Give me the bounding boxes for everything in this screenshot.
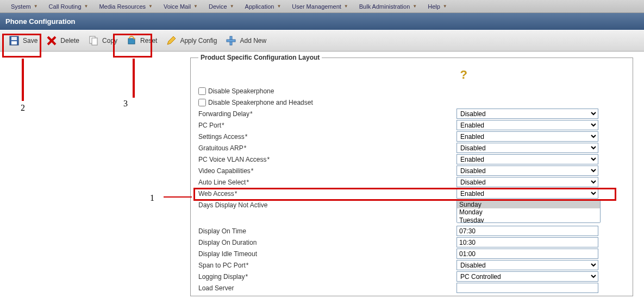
main-panel: Product Specific Configuration Layout ? … bbox=[190, 52, 644, 298]
svg-rect-1 bbox=[11, 37, 17, 40]
content-area: Product Specific Configuration Layout ? … bbox=[0, 52, 644, 298]
plus-icon bbox=[226, 35, 236, 46]
left-spacer bbox=[0, 52, 190, 298]
chevron-down-icon: ▼ bbox=[443, 4, 447, 9]
menu-voice-mail[interactable]: Voice Mail▼ bbox=[158, 0, 203, 13]
days-display-label: Days Display Not Active bbox=[198, 201, 267, 209]
svg-rect-11 bbox=[227, 40, 235, 42]
apply-config-button[interactable]: Apply Config bbox=[161, 33, 221, 48]
svg-rect-6 bbox=[92, 38, 97, 45]
display-on-duration-input[interactable] bbox=[457, 237, 598, 247]
delete-icon bbox=[46, 35, 57, 46]
annotation-number-3: 3 bbox=[123, 99, 128, 109]
pc-voice-vlan-select[interactable]: Enabled bbox=[457, 154, 598, 164]
menu-user-management[interactable]: User Management▼ bbox=[286, 0, 353, 13]
disable-speakerphone-checkbox[interactable] bbox=[198, 87, 206, 95]
menu-media-resources[interactable]: Media Resources▼ bbox=[93, 0, 158, 13]
display-idle-timeout-label: Display Idle Timeout bbox=[198, 250, 257, 258]
logging-display-select[interactable]: PC Controlled bbox=[457, 271, 598, 282]
chevron-down-icon: ▼ bbox=[277, 4, 281, 9]
delete-button[interactable]: Delete bbox=[42, 33, 84, 48]
menu-bulk-administration[interactable]: Bulk Administration▼ bbox=[354, 0, 422, 13]
settings-access-label: Settings Access bbox=[198, 133, 245, 141]
load-server-label: Load Server bbox=[198, 284, 234, 292]
save-icon bbox=[9, 35, 20, 46]
pc-port-select[interactable]: Enabled bbox=[457, 120, 598, 130]
page-title: Phone Configuration bbox=[0, 13, 644, 30]
help-row: ? bbox=[198, 68, 625, 82]
annotation-number-2: 2 bbox=[21, 103, 25, 113]
forwarding-delay-label: Forwarding Delay bbox=[198, 110, 249, 118]
menu-help[interactable]: Help▼ bbox=[422, 0, 453, 13]
chevron-down-icon: ▼ bbox=[193, 4, 198, 9]
delete-label: Delete bbox=[60, 37, 79, 44]
display-idle-timeout-input[interactable] bbox=[457, 249, 598, 259]
display-on-duration-label: Display On Duration bbox=[198, 239, 257, 246]
reset-icon bbox=[126, 35, 137, 46]
span-pc-port-select[interactable]: Disabled bbox=[457, 260, 598, 270]
settings-access-select[interactable]: Enabled bbox=[457, 131, 598, 142]
chevron-down-icon: ▼ bbox=[84, 4, 89, 9]
auto-line-select-select[interactable]: Disabled bbox=[457, 177, 598, 187]
chevron-down-icon: ▼ bbox=[148, 4, 153, 9]
pencil-icon bbox=[166, 35, 177, 46]
gratuitous-arp-label: Gratuitous ARP bbox=[198, 144, 243, 152]
chevron-down-icon: ▼ bbox=[34, 4, 38, 9]
save-label: Save bbox=[23, 37, 37, 44]
disable-speakerphone-headset-label: Disable Speakerphone and Headset bbox=[208, 99, 313, 106]
menu-application[interactable]: Application▼ bbox=[240, 0, 287, 13]
apply-label: Apply Config bbox=[180, 37, 217, 44]
pc-port-label: PC Port bbox=[198, 122, 221, 129]
menu-device[interactable]: Device▼ bbox=[203, 0, 240, 13]
fieldset-legend: Product Specific Configuration Layout bbox=[198, 54, 322, 61]
chevron-down-icon: ▼ bbox=[344, 4, 348, 9]
menu-bar: System▼ Call Routing▼ Media Resources▼ V… bbox=[0, 0, 644, 13]
disable-speakerphone-headset-checkbox[interactable] bbox=[198, 99, 206, 106]
span-pc-port-label: Span to PC Port bbox=[198, 262, 246, 269]
menu-system[interactable]: System▼ bbox=[5, 0, 43, 13]
pc-voice-vlan-label: PC Voice VLAN Access bbox=[198, 156, 266, 163]
save-button[interactable]: Save bbox=[4, 33, 42, 48]
copy-label: Copy bbox=[102, 37, 117, 44]
gratuitous-arp-select[interactable]: Disabled bbox=[457, 143, 598, 153]
config-fieldset: Product Specific Configuration Layout ? … bbox=[190, 54, 633, 296]
svg-rect-2 bbox=[11, 41, 17, 44]
toolbar: Save Delete Copy Reset Apply Config Add … bbox=[0, 30, 644, 52]
chevron-down-icon: ▼ bbox=[412, 4, 417, 9]
reset-label: Reset bbox=[140, 37, 157, 44]
reset-button[interactable]: Reset bbox=[122, 33, 161, 48]
video-capabilities-label: Video Capabilities bbox=[198, 167, 251, 175]
display-on-time-input[interactable] bbox=[457, 226, 598, 236]
addnew-label: Add New bbox=[240, 37, 266, 44]
disable-speakerphone-label: Disable Speakerphone bbox=[208, 87, 274, 95]
display-on-time-label: Display On Time bbox=[198, 227, 246, 235]
logging-display-label: Logging Display bbox=[198, 273, 245, 281]
add-new-button[interactable]: Add New bbox=[221, 33, 271, 48]
web-access-label: Web Access bbox=[198, 190, 234, 198]
days-display-listbox[interactable]: Sunday Monday Tuesday bbox=[457, 200, 601, 223]
copy-button[interactable]: Copy bbox=[84, 33, 122, 48]
chevron-down-icon: ▼ bbox=[230, 4, 234, 9]
load-server-input[interactable] bbox=[457, 283, 598, 293]
menu-call-routing[interactable]: Call Routing▼ bbox=[43, 0, 94, 13]
annotation-number-1: 1 bbox=[150, 193, 154, 203]
web-access-select[interactable]: Enabled bbox=[457, 188, 598, 199]
svg-marker-9 bbox=[167, 36, 176, 44]
video-capabilities-select[interactable]: Disabled bbox=[457, 166, 598, 176]
copy-icon bbox=[88, 35, 99, 46]
help-icon[interactable]: ? bbox=[460, 68, 467, 81]
auto-line-select-label: Auto Line Select bbox=[198, 179, 246, 186]
forwarding-delay-select[interactable]: Disabled bbox=[457, 109, 598, 119]
